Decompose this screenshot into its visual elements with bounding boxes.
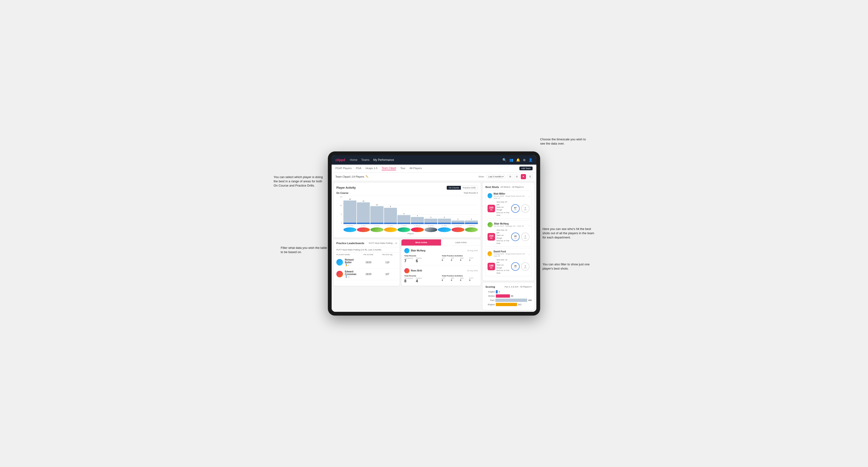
scoring-players-filter[interactable]: All Players ▾: [520, 286, 532, 288]
stat-practice-title-0: Total Practice Activities: [442, 255, 478, 257]
tournament-val-0: 7: [404, 259, 413, 263]
bell-icon[interactable]: 🔔: [516, 158, 520, 162]
chart-filter-dropdown[interactable]: Total Rounds ▾: [464, 192, 478, 194]
rank-number-0: 1: [348, 264, 349, 266]
avatar-6[interactable]: [424, 227, 437, 232]
course-toggle-group: On Course Practice Drills: [446, 186, 478, 190]
shot-item-header-1: Blair McHarg 23 Jul 2023 · Aldridge GC ·…: [488, 222, 530, 229]
chart-container: 15 10 5 0: [336, 196, 478, 235]
view-grid-button[interactable]: ⊟: [514, 174, 519, 179]
all-players-filter[interactable]: All Players ▾: [512, 186, 524, 188]
shot-course-name-2: Royal North Devon GC: [506, 253, 525, 255]
bar-val-4: 5: [403, 213, 404, 215]
team-header-right: Show: Last 3 months ▾ ⊞ ⊟ ♥ ☰: [478, 174, 533, 179]
shot-chevron-2[interactable]: ›: [529, 253, 530, 256]
shot-stat-dist-2: 16 yds: [511, 262, 520, 271]
x-label-0: B. McHarg: [343, 225, 356, 226]
chevron-down-icon: ▾: [530, 286, 532, 288]
avatar-icon[interactable]: 👤: [529, 158, 533, 162]
all-shots-filter[interactable]: All Shots ▾: [500, 186, 510, 188]
show-dropdown[interactable]: Last 3 months ▾: [487, 175, 505, 179]
avatar-0[interactable]: [343, 227, 356, 232]
app-block-1: APP 0: [451, 277, 460, 281]
par-filter-label: Par 3, 4 & 5s: [504, 286, 517, 288]
practice-dropdown[interactable]: PUTT Must Make Putting ... ▾: [369, 242, 397, 244]
shot-chevron-0[interactable]: ›: [529, 195, 530, 198]
putt-label-1: PUTT: [469, 277, 478, 279]
avatar-9[interactable]: [465, 227, 478, 232]
annotation-player-filter: You can also filter to show just one pla…: [542, 262, 597, 271]
sub-nav-hcaps[interactable]: Hcaps 1-5: [366, 167, 377, 170]
bar-val-2: 10: [376, 204, 378, 206]
avatar-1[interactable]: [357, 227, 370, 232]
nav-link-performance[interactable]: My Performance: [373, 158, 394, 161]
shot-chevron-1[interactable]: ›: [529, 224, 530, 227]
tab-least-active[interactable]: Least Active: [441, 239, 481, 246]
people-icon[interactable]: 👥: [509, 158, 513, 162]
pb-score-1: 18/20: [359, 273, 378, 276]
sub-nav-team-clippd[interactable]: Team Clippd: [382, 166, 396, 170]
view-heart-button[interactable]: ♥: [521, 174, 526, 179]
practice-row-0: Richard Butler 🥇 1 19/20 110: [334, 257, 400, 269]
practice-drills-toggle[interactable]: Practice Drills: [461, 186, 478, 190]
search-icon[interactable]: 🔍: [502, 158, 506, 162]
practice-dropdown-label: PUTT Must Make Putting ...: [369, 242, 395, 244]
shot-start-1: Start Lie: Rough: [497, 234, 510, 239]
view-grid4-button[interactable]: ⊞: [507, 174, 513, 179]
app-val-1: 0: [451, 279, 460, 281]
tournament-stat-1: Tournament 8: [404, 277, 413, 283]
annotation-filter: Filter what data you wish the table to b…: [281, 246, 328, 254]
bar-1: [357, 203, 370, 224]
shot-course-name-1: Aldridge GC: [505, 225, 516, 227]
sub-nav-all-players[interactable]: All Players: [410, 167, 422, 170]
edit-icon[interactable]: ✏️: [366, 175, 368, 178]
shot-item-1: Blair McHarg 23 Jul 2023 · Aldridge GC ·…: [486, 220, 532, 247]
scoring-title: Scoring: [486, 285, 495, 288]
add-circle-icon[interactable]: ⊕: [523, 158, 526, 162]
show-label: Show:: [478, 176, 484, 178]
bar-6: [424, 219, 437, 224]
pars-val: 499: [528, 299, 532, 302]
shot-hole-1: Hole 15: [517, 225, 524, 227]
medal-silver-icon: 🥈: [345, 276, 348, 278]
view-list-button[interactable]: ☰: [527, 174, 533, 179]
active-player-0: Blair McHarg 26 Aug 2023 Total Rounds: [401, 246, 481, 266]
tournament-stat-0: Tournament 7: [404, 257, 413, 263]
practice-val-0: 6: [416, 259, 422, 263]
avatar-7[interactable]: [438, 227, 451, 232]
shot-end-1: End Lie: In The Hole: [497, 239, 510, 245]
tournament-val-1: 8: [404, 279, 413, 283]
sub-nav-pgat[interactable]: PGAT Players: [335, 167, 352, 170]
sub-nav-pga[interactable]: PGA: [356, 167, 361, 170]
add-team-button[interactable]: Add Team: [519, 166, 533, 170]
right-panel: Best Shots All Shots ▾ All Players ▾: [483, 183, 534, 310]
practice-leaderboards-card: Practice Leaderboards PUTT Must Make Put…: [334, 239, 400, 286]
shot-dist-1: Shot Dist: 43 yds: [497, 229, 510, 234]
app-val-0: 0: [451, 259, 460, 261]
avatar-2[interactable]: [370, 227, 383, 232]
avatar-3[interactable]: [384, 227, 397, 232]
sub-nav-tour[interactable]: Tour: [400, 167, 405, 170]
on-course-toggle[interactable]: On Course: [447, 186, 461, 190]
left-panel: Player Activity On Course Practice Drill…: [334, 183, 481, 310]
avatar-8[interactable]: [452, 227, 464, 232]
putt-label-0: PUTT: [469, 257, 478, 259]
medal-gold-icon: 🥇: [345, 264, 348, 266]
scoring-players-label: All Players: [520, 286, 530, 288]
nav-link-teams[interactable]: Teams: [361, 158, 369, 161]
pb-score-0: 19/20: [359, 261, 378, 264]
player-activity-header: Player Activity On Course Practice Drill…: [336, 186, 478, 190]
stat-block-rounds-1: Total Rounds Tournament 8 Practice: [404, 275, 440, 283]
most-active-tabs: Most Active Least Active: [401, 239, 481, 246]
app-label-1: APP: [451, 277, 460, 279]
nav-link-home[interactable]: Home: [350, 158, 357, 161]
shot-stat-label-1: yds: [514, 237, 517, 239]
tab-most-active[interactable]: Most Active: [401, 239, 441, 246]
active-player-header-1: Rees Britt 02 Sep 2023: [404, 268, 478, 273]
tablet-screen: clippd Home Teams My Performance 🔍 👥 🔔 ⊕…: [332, 155, 536, 312]
avatar-4[interactable]: [398, 227, 410, 232]
bar-highlight-3: [384, 223, 397, 224]
active-name-0: Blair McHarg: [411, 249, 426, 252]
par-filter[interactable]: Par 3, 4 & 5s ▾: [504, 286, 519, 288]
avatar-5[interactable]: [411, 227, 424, 232]
